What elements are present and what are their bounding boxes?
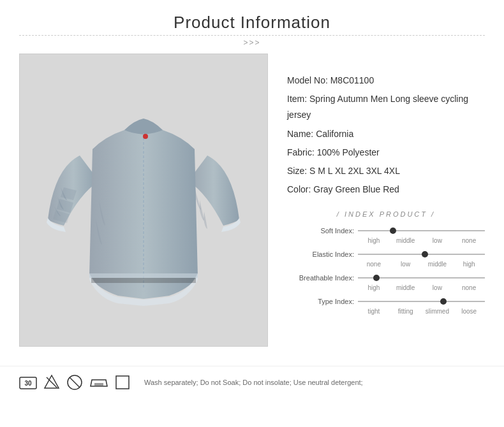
slider-label-item: middle <box>422 261 454 268</box>
slider-label-item: none <box>358 261 390 268</box>
no-bleach-icon <box>43 374 60 391</box>
slider-label-item: slimmed <box>422 308 454 315</box>
slider-track-3 <box>358 299 485 304</box>
dry-clean-icon <box>115 375 130 390</box>
slider-labels-row-3: tightfittingslimmedloose <box>358 308 485 315</box>
svg-text:30: 30 <box>24 380 32 387</box>
slider-track-1 <box>358 252 485 257</box>
color-label: Color: <box>287 184 311 194</box>
slider-label-item: tight <box>358 308 390 315</box>
slider-label-item: high <box>358 284 390 291</box>
slider-label-item: high <box>358 237 390 244</box>
model-no-value: M8C01100 <box>330 75 374 85</box>
name-label: Name: <box>287 129 313 139</box>
product-image-container <box>19 54 268 347</box>
slider-row-0: Soft Index: <box>287 227 485 235</box>
arrows-decoration: >>> <box>0 36 504 54</box>
item-value: Spring Autumn Men Long sleeve cycling je… <box>287 94 468 120</box>
slider-label-item: none <box>453 237 485 244</box>
fabric-line: Fabric: 100% Polyester <box>287 145 485 161</box>
slider-dot-0 <box>390 228 396 234</box>
size-line: Size: S M L XL 2XL 3XL 4XL <box>287 163 485 179</box>
care-instruction: Wash separately; Do not Soak; Do not ins… <box>144 379 363 386</box>
page-title: Product Information <box>0 0 504 35</box>
svg-point-1 <box>143 134 148 139</box>
slider-row-1: Elastic Index: <box>287 250 485 258</box>
no-tumble-dry-icon <box>66 374 83 391</box>
model-no-label: Model No: <box>287 75 328 85</box>
iron-icon <box>89 375 108 390</box>
slider-label-item: loose <box>453 308 485 315</box>
slider-track-0 <box>358 228 485 233</box>
wash-30-icon: 30 <box>19 375 37 390</box>
slider-labels-row-2: highmiddlelownone <box>358 284 485 291</box>
slider-label-item: middle <box>390 237 422 244</box>
name-value: California <box>316 129 353 139</box>
care-section: 30 <box>0 366 504 398</box>
slider-row-2: Breathable Index: <box>287 274 485 282</box>
size-label: Size: <box>287 166 307 176</box>
model-no-line: Model No: M8C01100 <box>287 73 485 89</box>
care-icons: 30 <box>19 374 130 391</box>
slider-label-0: Soft Index: <box>287 227 354 235</box>
name-line: Name: California <box>287 126 485 142</box>
index-title: / INDEX PRODUCT / <box>287 210 485 218</box>
item-label: Item: <box>287 94 307 104</box>
fabric-label: Fabric: <box>287 147 315 157</box>
size-value: S M L XL 2XL 3XL 4XL <box>309 166 400 176</box>
slider-label-item: low <box>390 261 422 268</box>
slider-track-2 <box>358 275 485 280</box>
slider-dot-3 <box>440 298 447 305</box>
slider-label-item: low <box>422 284 454 291</box>
svg-rect-10 <box>116 376 129 389</box>
slider-label-3: Type Index: <box>287 298 354 305</box>
slider-label-1: Elastic Index: <box>287 250 354 258</box>
item-line: Item: Spring Autumn Men Long sleeve cycl… <box>287 91 485 123</box>
color-line: Color: Gray Green Blue Red <box>287 182 485 198</box>
product-info: Model No: M8C01100 Item: Spring Autumn M… <box>287 54 485 347</box>
svg-line-7 <box>70 377 80 387</box>
product-image <box>41 73 246 328</box>
slider-label-item: fitting <box>390 308 422 315</box>
slider-dot-2 <box>373 275 380 281</box>
slider-dot-1 <box>422 251 428 257</box>
slider-labels-row-0: highmiddlelownone <box>358 237 485 244</box>
index-section: / INDEX PRODUCT / Soft Index:highmiddlel… <box>287 210 485 315</box>
slider-label-2: Breathable Index: <box>287 274 354 282</box>
fabric-value: 100% Polyester <box>317 147 380 157</box>
slider-labels-row-1: nonelowmiddlehigh <box>358 261 485 268</box>
slider-label-item: none <box>453 284 485 291</box>
slider-label-item: low <box>422 237 454 244</box>
slider-label-item: middle <box>390 284 422 291</box>
sliders-container: Soft Index:highmiddlelownoneElastic Inde… <box>287 227 485 315</box>
color-value: Gray Green Blue Red <box>313 184 399 194</box>
slider-label-item: high <box>453 261 485 268</box>
main-content: Model No: M8C01100 Item: Spring Autumn M… <box>0 54 504 359</box>
slider-row-3: Type Index: <box>287 298 485 305</box>
